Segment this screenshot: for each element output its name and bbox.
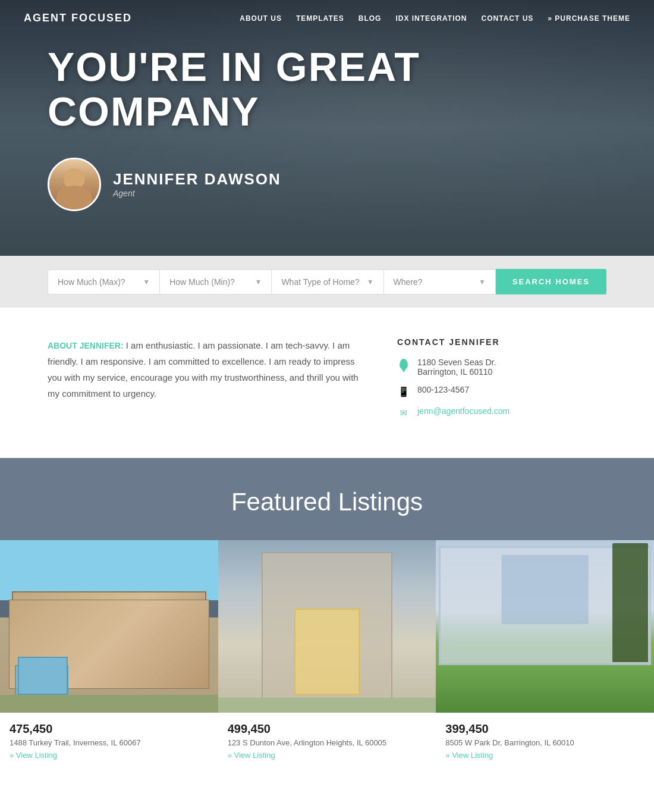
home-type-select[interactable]: What Type of Home? ▼ <box>271 269 383 294</box>
listing-image <box>218 540 436 713</box>
search-bar: How Much (Max)? ▼ How Much (Min)? ▼ What… <box>0 256 654 308</box>
avatar <box>48 158 101 211</box>
nav-idx-integration[interactable]: IDX INTEGRATION <box>395 14 467 23</box>
phone-icon: 📱 <box>397 385 410 398</box>
nav-links: ABOUT US TEMPLATES BLOG IDX INTEGRATION … <box>240 14 630 23</box>
contact-title: CONTACT JENNIFER <box>397 337 606 347</box>
agent-name: JENNIFER DAWSON <box>113 170 281 189</box>
contact-email-text: jenn@agentfocused.com <box>417 406 510 416</box>
pin-icon <box>397 358 410 371</box>
contact-email[interactable]: ✉ jenn@agentfocused.com <box>397 406 606 419</box>
about-text: ABOUT JENNIFER: I am enthusiastic. I am … <box>48 337 361 428</box>
contact-phone-text: 800-123-4567 <box>417 385 469 394</box>
listing-info: 399,450 8505 W Park Dr, Barrington, IL 6… <box>436 713 654 765</box>
listing-card: 499,450 123 S Dunton Ave, Arlington Heig… <box>218 540 436 765</box>
email-icon: ✉ <box>397 406 410 419</box>
nav-templates[interactable]: TEMPLATES <box>296 14 344 23</box>
nav-blog[interactable]: BLOG <box>359 14 382 23</box>
min-price-label: How Much (Min)? <box>169 277 254 287</box>
max-price-select[interactable]: How Much (Max)? ▼ <box>48 269 159 294</box>
nav-about-us[interactable]: ABOUT US <box>240 14 282 23</box>
location-label: Where? <box>394 277 479 287</box>
listing-price: 499,450 <box>228 722 427 736</box>
view-listing-link[interactable]: View Listing <box>228 751 275 760</box>
brand-logo: AGENT FOCUSED <box>24 12 132 24</box>
location-select[interactable]: Where? ▼ <box>383 269 496 294</box>
featured-section: Featured Listings 475,450 1488 Turkey Tr… <box>0 458 654 765</box>
nav-purchase-theme[interactable]: » PURCHASE THEME <box>548 14 630 23</box>
contact-phone: 📱 800-123-4567 <box>397 385 606 398</box>
min-price-select[interactable]: How Much (Min)? ▼ <box>159 269 271 294</box>
agent-profile: JENNIFER DAWSON Agent <box>48 158 281 211</box>
view-listing-link[interactable]: View Listing <box>445 751 493 760</box>
listing-image <box>0 540 218 713</box>
contact-address: 1180 Seven Seas Dr. Barrington, IL 60110 <box>397 358 606 377</box>
home-type-label: What Type of Home? <box>281 277 366 287</box>
view-listing-link[interactable]: View Listing <box>10 751 57 760</box>
featured-title: Featured Listings <box>0 488 654 516</box>
hero-headline: YOU'RE IN GREAT COMPANY <box>48 45 606 134</box>
listing-card: 475,450 1488 Turkey Trail, Inverness, IL… <box>0 540 218 765</box>
listing-info: 475,450 1488 Turkey Trail, Inverness, IL… <box>0 713 218 765</box>
listing-price: 475,450 <box>10 722 209 736</box>
chevron-down-icon: ▼ <box>143 278 150 286</box>
chevron-down-icon: ▼ <box>479 278 486 286</box>
listing-address: 123 S Dunton Ave, Arlington Heights, IL … <box>228 738 427 747</box>
contact-address-text: 1180 Seven Seas Dr. Barrington, IL 60110 <box>417 358 496 377</box>
listing-address: 1488 Turkey Trail, Inverness, IL 60067 <box>10 738 209 747</box>
chevron-down-icon: ▼ <box>367 278 374 286</box>
listing-info: 499,450 123 S Dunton Ave, Arlington Heig… <box>218 713 436 765</box>
max-price-label: How Much (Max)? <box>58 277 143 287</box>
nav-contact-us[interactable]: CONTACT US <box>482 14 534 23</box>
listing-image <box>436 540 654 713</box>
about-section: ABOUT JENNIFER: I am enthusiastic. I am … <box>0 308 654 458</box>
contact-panel: CONTACT JENNIFER 1180 Seven Seas Dr. Bar… <box>397 337 606 428</box>
listings-grid: 475,450 1488 Turkey Trail, Inverness, IL… <box>0 540 654 765</box>
listing-card: 399,450 8505 W Park Dr, Barrington, IL 6… <box>436 540 654 765</box>
about-label: ABOUT JENNIFER: <box>48 341 124 350</box>
listing-price: 399,450 <box>445 722 644 736</box>
main-nav: AGENT FOCUSED ABOUT US TEMPLATES BLOG ID… <box>0 0 654 36</box>
chevron-down-icon: ▼ <box>255 278 262 286</box>
search-homes-button[interactable]: SEARCH HOMES <box>496 269 606 294</box>
agent-info: JENNIFER DAWSON Agent <box>113 170 281 198</box>
listing-address: 8505 W Park Dr, Barrington, IL 60010 <box>445 738 644 747</box>
agent-title: Agent <box>113 189 281 198</box>
